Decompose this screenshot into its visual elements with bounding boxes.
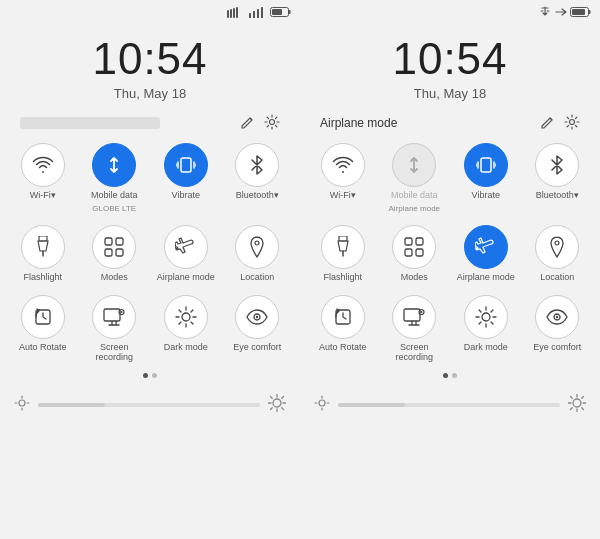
status-icons-right [538,6,592,18]
mobile-sublabel-left: GLOBE LTE [92,204,136,213]
settings-icon-left[interactable] [264,114,280,133]
svg-line-53 [282,408,284,410]
tile-eye-left[interactable]: Eye comfort [225,295,291,364]
vibrate-circle-left [164,143,208,187]
svg-line-102 [582,397,584,399]
status-bar-left [0,0,300,24]
svg-rect-7 [261,7,263,18]
battery-icon-left [270,6,292,18]
tile-vibrate-left[interactable]: Vibrate [153,143,219,213]
svg-point-23 [255,241,259,245]
page-dots-right [300,373,600,378]
svg-point-75 [421,311,423,313]
flashlight-label-left: Flashlight [23,272,62,283]
modes-label-left: Modes [101,272,128,283]
tile-airplane-right[interactable]: Airplane mode [453,225,519,283]
tile-mobile-left[interactable]: Mobile data GLOBE LTE [82,143,148,213]
tile-screen-right[interactable]: Screen recording [382,295,448,364]
arrow-icon [554,6,568,18]
svg-line-37 [191,322,193,324]
eye-label-right: Eye comfort [533,342,581,353]
tile-vibrate-right[interactable]: Vibrate [453,143,519,213]
vibrate-circle-right [464,143,508,187]
tile-wifi-right[interactable]: Wi-Fi▾ [310,143,376,213]
settings-icon-right[interactable] [564,114,580,133]
time-right: 10:54 [392,34,507,84]
tile-bluetooth-right[interactable]: Bluetooth▾ [525,143,591,213]
tile-flashlight-right[interactable]: Flashlight [310,225,376,283]
tile-dark-right[interactable]: Dark mode [453,295,519,364]
mobile-label-right: Mobile data [391,190,438,201]
modes-circle-right [392,225,436,269]
svg-rect-67 [405,238,412,245]
tile-dark-left[interactable]: Dark mode [153,295,219,364]
tile-wifi-left[interactable]: Wi-Fi▾ [10,143,76,213]
location-circle-right [535,225,579,269]
svg-point-11 [270,119,275,124]
svg-rect-0 [227,10,229,18]
edit-icon-right[interactable] [540,114,556,133]
brightness-track-left[interactable] [38,403,260,407]
svg-rect-1 [230,9,232,18]
autorotate-circle-right [321,295,365,339]
tile-autorotate-left[interactable]: Auto Rotate [10,295,76,364]
date-right: Thu, May 18 [414,86,486,101]
autorotate-label-right: Auto Rotate [319,342,367,353]
svg-rect-57 [589,10,591,14]
svg-line-84 [479,310,481,312]
screen-circle-right [392,295,436,339]
svg-line-103 [571,408,573,410]
battery-icon-right [570,6,592,18]
svg-line-36 [179,310,181,312]
mobile-circle-left [92,143,136,187]
tile-modes-left[interactable]: Modes [82,225,148,283]
tile-location-right[interactable]: Location [525,225,591,283]
tile-bluetooth-left[interactable]: Bluetooth▾ [225,143,291,213]
svg-point-27 [121,311,123,313]
dark-circle-left [164,295,208,339]
svg-line-55 [271,408,273,410]
tile-mobile-right[interactable]: Mobile data Airplane mode [382,143,448,213]
brightness-track-right[interactable] [338,403,560,407]
svg-rect-10 [272,9,282,15]
svg-line-39 [179,322,181,324]
svg-line-85 [491,322,493,324]
status-bar-right [300,0,600,24]
vibrate-label-right: Vibrate [472,190,500,201]
notification-text-left [20,117,160,129]
tile-screen-left[interactable]: Screen recording [82,295,148,364]
autorotate-circle-left [21,295,65,339]
svg-rect-73 [404,309,420,321]
brightness-bar-left[interactable] [0,386,300,424]
dot-2-right [452,373,457,378]
svg-rect-58 [572,9,585,15]
tile-autorotate-right[interactable]: Auto Rotate [310,295,376,364]
tile-location-left[interactable]: Location [225,225,291,283]
wifi-circle-left [21,143,65,187]
tile-eye-right[interactable]: Eye comfort [525,295,591,364]
notification-label-right: Airplane mode [320,116,397,130]
svg-line-54 [282,397,284,399]
tile-modes-right[interactable]: Modes [382,225,448,283]
svg-rect-25 [104,309,120,321]
brightness-low-icon-left [14,395,30,415]
brightness-bar-right[interactable] [300,386,600,424]
svg-rect-65 [339,236,347,241]
brightness-high-icon-left [268,394,286,416]
tile-airplane-left[interactable]: Airplane mode [153,225,219,283]
tiles-row2-right: Flashlight Modes Airplane mode [300,219,600,289]
dark-label-left: Dark mode [164,342,208,353]
svg-rect-3 [236,7,238,18]
location-label-left: Location [240,272,274,283]
svg-point-79 [482,313,490,321]
svg-rect-19 [105,238,112,245]
mobile-circle-right [392,143,436,187]
left-panel: 10:54 Thu, May 18 [0,0,300,539]
tiles-row1-right: Wi-Fi▾ Mobile data Airplane mode [300,137,600,219]
time-left: 10:54 [92,34,207,84]
brightness-high-icon-right [568,394,586,416]
tile-flashlight-left[interactable]: Flashlight [10,225,76,283]
svg-rect-60 [481,158,491,172]
edit-icon-left[interactable] [240,114,256,133]
page-dots-left [0,373,300,378]
